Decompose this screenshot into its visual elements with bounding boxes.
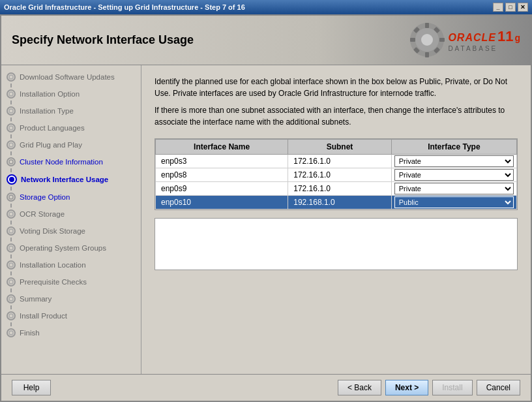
sidebar-label-9: Voting Disk Storage bbox=[20, 227, 85, 235]
table-row[interactable]: enp0s3172.16.1.0PublicPrivateDo Not Use bbox=[156, 155, 517, 168]
sidebar-icon-14 bbox=[7, 311, 16, 320]
interface-type-select[interactable]: PublicPrivateDo Not Use bbox=[394, 155, 514, 167]
svg-point-24 bbox=[9, 297, 13, 301]
minimize-button[interactable]: _ bbox=[493, 3, 503, 12]
sidebar-item-3: Product Languages bbox=[1, 121, 141, 134]
col-header-subnet: Subnet bbox=[288, 140, 392, 155]
table-row[interactable]: enp0s8172.16.1.0PublicPrivateDo Not Use bbox=[156, 168, 517, 182]
sidebar-item-15: Finish bbox=[1, 326, 141, 339]
sidebar-label-0: Download Software Updates bbox=[20, 73, 115, 81]
interface-name-cell: enp0s10 bbox=[156, 196, 288, 209]
sidebar-icon-10 bbox=[7, 243, 16, 253]
sidebar-icon-8 bbox=[7, 209, 16, 219]
description-line1: Identify the planned use for each global… bbox=[155, 76, 518, 99]
svg-rect-4 bbox=[425, 52, 429, 57]
svg-point-13 bbox=[9, 109, 13, 113]
sidebar-item-9: Voting Disk Storage bbox=[1, 224, 141, 238]
svg-rect-5 bbox=[410, 38, 415, 42]
interface-name-cell: enp0s9 bbox=[156, 182, 288, 196]
log-box bbox=[155, 218, 518, 270]
svg-point-20 bbox=[9, 229, 13, 233]
sidebar-label-4: Grid Plug and Play bbox=[20, 141, 82, 149]
sidebar-item-12: Prerequisite Checks bbox=[1, 275, 141, 288]
sidebar-item-7[interactable]: Storage Option bbox=[1, 191, 141, 204]
svg-point-26 bbox=[9, 331, 13, 335]
svg-point-11 bbox=[9, 75, 13, 79]
sidebar-label-15: Finish bbox=[20, 329, 40, 337]
interface-name-cell: enp0s8 bbox=[156, 168, 288, 182]
sidebar-item-1: Installation Option bbox=[1, 87, 141, 100]
table-row[interactable]: enp0s9172.16.1.0PublicPrivateDo Not Use bbox=[156, 182, 517, 196]
sidebar-icon-6 bbox=[7, 174, 17, 185]
interface-type-cell[interactable]: PublicPrivateDo Not Use bbox=[391, 196, 516, 209]
sidebar-label-7: Storage Option bbox=[20, 193, 70, 201]
svg-rect-3 bbox=[425, 23, 429, 28]
footer: Help < Back Next > Install Cancel bbox=[1, 374, 531, 401]
main-content: Identify the planned use for each global… bbox=[141, 65, 531, 374]
svg-point-18 bbox=[9, 195, 13, 199]
sidebar-label-8: OCR Storage bbox=[20, 210, 65, 218]
table-row[interactable]: enp0s10192.168.1.0PublicPrivateDo Not Us… bbox=[156, 196, 517, 209]
interface-type-select[interactable]: PublicPrivateDo Not Use bbox=[394, 183, 514, 194]
svg-point-14 bbox=[9, 126, 13, 130]
sidebar-icon-13 bbox=[7, 294, 16, 303]
page-title: Specify Network Interface Usage bbox=[12, 33, 194, 47]
sidebar-item-4: Grid Plug and Play bbox=[1, 138, 141, 151]
sidebar-item-5[interactable]: Cluster Node Information bbox=[1, 155, 141, 168]
sidebar-icon-5 bbox=[7, 157, 16, 166]
sidebar-label-1: Installation Option bbox=[20, 90, 80, 98]
header: Specify Network Interface Usage bbox=[1, 16, 531, 65]
sidebar-item-0: Download Software Updates bbox=[1, 70, 141, 84]
sidebar: Download Software UpdatesInstallation Op… bbox=[1, 65, 141, 374]
sidebar-label-13: Summary bbox=[20, 295, 52, 303]
interface-table: Interface Name Subnet Interface Type enp… bbox=[155, 139, 517, 209]
sidebar-icon-2 bbox=[7, 106, 16, 116]
svg-rect-6 bbox=[439, 38, 445, 42]
maximize-button[interactable]: □ bbox=[505, 3, 516, 12]
title-bar: Oracle Grid Infrastructure - Setting up … bbox=[0, 0, 532, 14]
oracle-brand-text: ORACLE bbox=[448, 32, 496, 44]
interface-type-select[interactable]: PublicPrivateDo Not Use bbox=[394, 196, 514, 208]
sidebar-icon-15 bbox=[7, 328, 16, 337]
sidebar-item-10: Operating System Groups bbox=[1, 241, 141, 255]
col-header-interface-type: Interface Type bbox=[391, 140, 516, 155]
sidebar-icon-4 bbox=[7, 140, 16, 149]
next-button[interactable]: Next > bbox=[385, 380, 428, 395]
svg-point-2 bbox=[421, 34, 433, 46]
sidebar-label-10: Operating System Groups bbox=[20, 244, 106, 252]
sidebar-label-2: Installation Type bbox=[20, 107, 74, 115]
interface-name-cell: enp0s3 bbox=[156, 155, 288, 168]
interface-type-cell[interactable]: PublicPrivateDo Not Use bbox=[391, 168, 516, 182]
sidebar-icon-0 bbox=[7, 72, 16, 82]
footer-buttons: < Back Next > Install Cancel bbox=[338, 380, 520, 395]
subnet-cell: 172.16.1.0 bbox=[288, 182, 392, 196]
sidebar-label-12: Prerequisite Checks bbox=[20, 278, 87, 286]
svg-point-23 bbox=[9, 280, 13, 284]
sidebar-icon-1 bbox=[7, 89, 16, 99]
description-text: Identify the planned use for each global… bbox=[155, 76, 518, 128]
interface-type-cell[interactable]: PublicPrivateDo Not Use bbox=[391, 182, 516, 196]
version-super: g bbox=[514, 33, 520, 43]
content-area: Download Software UpdatesInstallation Op… bbox=[1, 65, 531, 374]
close-button[interactable]: ✕ bbox=[518, 3, 528, 12]
sidebar-item-2: Installation Type bbox=[1, 104, 141, 117]
sidebar-item-11: Installation Location bbox=[1, 258, 141, 271]
oracle-logo: ORACLE 11 g DATABASE bbox=[409, 22, 520, 58]
help-button[interactable]: Help bbox=[12, 380, 51, 395]
subnet-cell: 172.16.1.0 bbox=[288, 155, 392, 168]
sidebar-label-6: Network Interface Usage bbox=[21, 176, 108, 183]
interface-type-select[interactable]: PublicPrivateDo Not Use bbox=[394, 169, 514, 181]
sidebar-item-13: Summary bbox=[1, 292, 141, 305]
sidebar-icon-7 bbox=[7, 193, 16, 202]
interface-type-cell[interactable]: PublicPrivateDo Not Use bbox=[391, 155, 516, 168]
svg-point-21 bbox=[9, 246, 13, 250]
sidebar-label-14: Install Product bbox=[20, 312, 67, 320]
back-button[interactable]: < Back bbox=[338, 380, 381, 395]
sidebar-label-5: Cluster Node Information bbox=[20, 158, 103, 166]
cancel-button[interactable]: Cancel bbox=[477, 380, 520, 395]
install-button: Install bbox=[432, 380, 472, 395]
col-header-interface-name: Interface Name bbox=[156, 140, 288, 155]
main-window: Specify Network Interface Usage bbox=[0, 14, 532, 402]
svg-point-19 bbox=[9, 212, 13, 216]
svg-point-25 bbox=[9, 314, 13, 318]
